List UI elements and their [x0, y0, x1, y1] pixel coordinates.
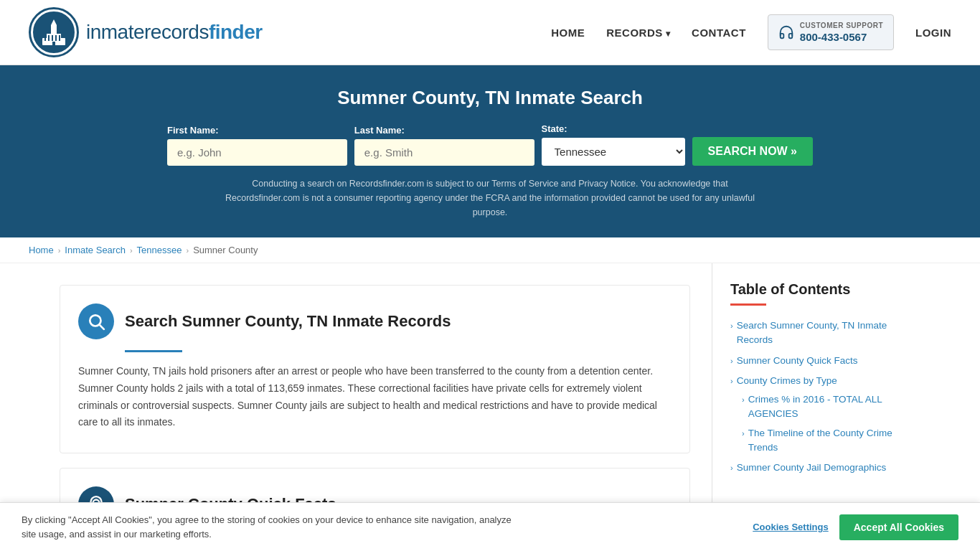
toc-link-3[interactable]: › County Crimes by Type	[730, 374, 920, 388]
chevron-icon-1: ›	[730, 320, 733, 332]
toc-item-4: › Sumner County Jail Demographics	[730, 461, 920, 475]
support-number: 800-433-0567	[800, 30, 883, 44]
customer-support[interactable]: CUSTOMER SUPPORT 800-433-0567	[768, 14, 894, 51]
toc-sub-link-2[interactable]: › The Timeline of the County Crime Trend…	[742, 426, 920, 456]
chevron-sub-icon-2: ›	[742, 428, 745, 440]
section1-title: Search Sumner County, TN Inmate Records	[125, 312, 451, 331]
nav-home[interactable]: HOME	[551, 27, 585, 39]
svg-rect-8	[55, 35, 57, 41]
hero-title: Sumner County, TN Inmate Search	[29, 87, 951, 109]
svg-rect-3	[51, 25, 57, 34]
search-section-icon	[78, 303, 114, 339]
chevron-icon-3: ›	[730, 375, 733, 387]
disclaimer-text: Conducting a search on Recordsfinder.com…	[221, 176, 759, 220]
breadcrumb-sep-1: ›	[58, 246, 61, 255]
site-header: inmaterecordsfinder HOME RECORDS CONTACT…	[0, 0, 980, 65]
nav-contact[interactable]: CONTACT	[692, 27, 746, 39]
search-form: First Name: Last Name: State: Tennessee …	[167, 123, 813, 166]
chevron-sub-icon-1: ›	[742, 394, 745, 406]
nav-records[interactable]: RECORDS	[606, 27, 670, 39]
first-name-input[interactable]	[167, 139, 347, 166]
toc-item-1: › Search Sumner County, TN Inmate Record…	[730, 319, 920, 348]
toc-sub-link-1[interactable]: › Crimes % in 2016 - TOTAL ALL AGENCIES	[742, 392, 920, 422]
state-group: State: Tennessee	[542, 123, 685, 166]
svg-rect-5	[44, 35, 46, 41]
toc-list: › Search Sumner County, TN Inmate Record…	[730, 319, 920, 475]
logo-area: inmaterecordsfinder	[29, 7, 263, 57]
login-button[interactable]: LOGIN	[915, 27, 951, 39]
toc-underline	[730, 303, 766, 306]
toc-sub-item-1: › Crimes % in 2016 - TOTAL ALL AGENCIES	[742, 392, 920, 422]
toc-title: Table of Contents	[730, 281, 920, 298]
svg-rect-7	[52, 35, 53, 41]
svg-line-12	[100, 325, 104, 329]
breadcrumb-sep-2: ›	[130, 246, 133, 255]
toc-link-1[interactable]: › Search Sumner County, TN Inmate Record…	[730, 319, 920, 348]
cookie-banner: By clicking "Accept All Cookies", you ag…	[0, 502, 980, 551]
breadcrumb-home[interactable]: Home	[29, 245, 54, 255]
cookie-actions: Cookies Settings Accept All Cookies	[753, 514, 958, 540]
last-name-input[interactable]	[354, 139, 534, 166]
main-nav: HOME RECORDS CONTACT CUSTOMER SUPPORT 80…	[551, 14, 951, 51]
toc-item-3: › County Crimes by Type › Crimes % in 20…	[730, 374, 920, 455]
toc-sub-list: › Crimes % in 2016 - TOTAL ALL AGENCIES …	[730, 392, 920, 455]
first-name-group: First Name:	[167, 125, 347, 166]
support-text: CUSTOMER SUPPORT 800-433-0567	[800, 21, 883, 44]
breadcrumb-tennessee[interactable]: Tennessee	[137, 245, 182, 255]
accept-cookies-button[interactable]: Accept All Cookies	[839, 514, 958, 540]
headset-icon	[778, 24, 794, 40]
svg-rect-6	[48, 35, 50, 41]
last-name-group: Last Name:	[354, 125, 534, 166]
svg-rect-9	[59, 35, 60, 41]
toc-container: Table of Contents › Search Sumner County…	[730, 281, 920, 475]
toc-link-4[interactable]: › Sumner County Jail Demographics	[730, 461, 920, 475]
search-button[interactable]: SEARCH NOW »	[692, 137, 813, 166]
logo-text: inmaterecordsfinder	[86, 21, 263, 44]
svg-rect-10	[52, 42, 55, 45]
logo-icon	[29, 7, 79, 57]
section1-header: Search Sumner County, TN Inmate Records	[78, 303, 672, 339]
breadcrumb-sep-3: ›	[186, 246, 189, 255]
cookies-settings-button[interactable]: Cookies Settings	[753, 522, 828, 532]
toc-item-2: › Sumner County Quick Facts	[730, 354, 920, 368]
state-select[interactable]: Tennessee	[542, 138, 685, 166]
hero-section: Sumner County, TN Inmate Search First Na…	[0, 65, 980, 237]
state-label: State:	[542, 123, 685, 134]
section1-body: Sumner County, TN jails hold prisoners a…	[78, 363, 672, 431]
last-name-label: Last Name:	[354, 125, 534, 136]
first-name-label: First Name:	[167, 125, 347, 136]
toc-link-2[interactable]: › Sumner County Quick Facts	[730, 354, 920, 368]
magnifier-icon	[87, 312, 105, 331]
chevron-icon-2: ›	[730, 355, 733, 367]
section-inmate-records: Search Sumner County, TN Inmate Records …	[60, 285, 690, 453]
breadcrumb-inmate-search[interactable]: Inmate Search	[65, 245, 126, 255]
support-label: CUSTOMER SUPPORT	[800, 21, 883, 30]
toc-sub-item-2: › The Timeline of the County Crime Trend…	[742, 426, 920, 456]
section1-underline	[125, 350, 182, 352]
breadcrumb-sumner-county: Sumner County	[193, 245, 258, 255]
breadcrumb: Home › Inmate Search › Tennessee › Sumne…	[0, 237, 980, 263]
cookie-text: By clicking "Accept All Cookies", you ag…	[22, 513, 524, 541]
chevron-icon-4: ›	[730, 462, 733, 474]
